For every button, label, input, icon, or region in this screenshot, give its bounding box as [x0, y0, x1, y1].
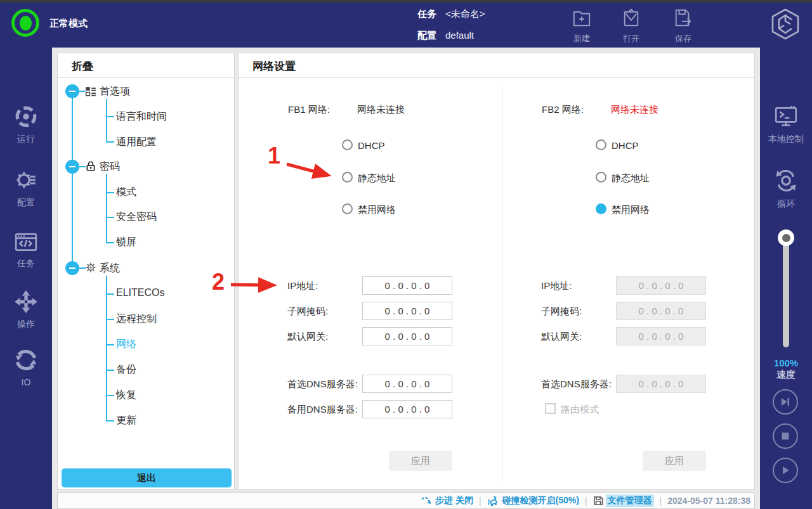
- tree-item-mode[interactable]: 模式: [116, 186, 136, 199]
- local-control-button[interactable]: 本地控制: [760, 105, 812, 145]
- tree-line: [106, 174, 107, 243]
- open-button[interactable]: 打开: [613, 8, 650, 44]
- tree-group-preferences[interactable]: 首选项: [100, 85, 130, 98]
- sidebar-item-run[interactable]: 运行: [0, 105, 52, 145]
- collision-status[interactable]: 碰撞检测开启(50%): [487, 495, 579, 506]
- tree-group-system[interactable]: 系统: [100, 262, 120, 275]
- tree-panel-title[interactable]: 折叠: [72, 59, 93, 74]
- divider: [58, 77, 234, 78]
- fb2-radio-dhcp-label[interactable]: DHCP: [612, 140, 639, 151]
- fb1-radio-disable-label[interactable]: 禁用网络: [358, 204, 396, 216]
- speed-slider-handle[interactable]: [778, 229, 794, 246]
- open-button-label: 打开: [613, 33, 650, 44]
- tree-item-update[interactable]: 更新: [116, 414, 136, 427]
- fb1-radio-disable[interactable]: [342, 203, 353, 214]
- fb1-dns2-input[interactable]: 0 . 0 . 0 . 0: [362, 400, 452, 418]
- fb2-radio-dhcp[interactable]: [596, 139, 606, 150]
- sidebar-item-config[interactable]: 配置: [0, 168, 52, 209]
- sidebar-item-label: 运行: [0, 134, 52, 145]
- task-row: 任务 <未命名>: [417, 8, 485, 20]
- exit-button[interactable]: 退出: [62, 468, 232, 487]
- fb1-gateway-input[interactable]: 0 . 0 . 0 . 0: [362, 327, 452, 345]
- loop-button[interactable]: 循环: [760, 168, 812, 210]
- fb1-radio-dhcp-label[interactable]: DHCP: [358, 140, 385, 151]
- fb1-dns1-input[interactable]: 0 . 0 . 0 . 0: [362, 375, 452, 393]
- tree-item-restore[interactable]: 恢复: [116, 389, 136, 402]
- tree-item-language-time[interactable]: 语言和时间: [116, 110, 167, 124]
- tree-item-remote-control[interactable]: 远程控制: [116, 312, 157, 326]
- step-forward-button[interactable]: [773, 389, 798, 415]
- preferences-icon: [85, 86, 96, 97]
- tree-item-network[interactable]: 网络: [116, 338, 136, 351]
- file-manager-label: 文件管理器: [606, 494, 654, 507]
- sidebar-item-label: 操作: [0, 319, 52, 330]
- loop-icon: [773, 184, 799, 195]
- tree-item-general-config[interactable]: 通用配置: [116, 136, 157, 149]
- step-status[interactable]: 步进 关闭: [421, 495, 473, 506]
- task-value: <未命名>: [445, 8, 485, 20]
- column-divider: [502, 86, 502, 480]
- config-value: default: [445, 30, 474, 42]
- datetime: 2024-05-07 11:28:38: [667, 496, 750, 506]
- fb2-ip-label: IP地址:: [541, 280, 572, 292]
- tree-line: [106, 344, 114, 345]
- collapse-toggle-preferences[interactable]: [65, 84, 79, 98]
- local-control-label: 本地控制: [760, 134, 812, 145]
- fb2-radio-disable[interactable]: [596, 203, 606, 214]
- fb2-router-mode-label: 路由模式: [561, 404, 599, 416]
- file-manager-button[interactable]: 文件管理器: [593, 494, 654, 507]
- tree-line: [106, 99, 107, 142]
- fb1-radio-static-label[interactable]: 静态地址: [358, 172, 396, 184]
- tree-group-password[interactable]: 密码: [100, 160, 120, 174]
- fb1-apply-button[interactable]: 应用: [389, 451, 452, 471]
- fb2-subnet-input[interactable]: 0 . 0 . 0 . 0: [616, 302, 706, 320]
- tree-line: [106, 276, 107, 421]
- save-button-label: 保存: [665, 33, 702, 44]
- fb2-radio-static-label[interactable]: 静态地址: [612, 172, 650, 184]
- sidebar-item-operate[interactable]: 操作: [0, 290, 52, 330]
- fb2-ip-input[interactable]: 0 . 0 . 0 . 0: [616, 276, 706, 295]
- save-button[interactable]: 保存: [665, 8, 702, 44]
- fb1-subnet-input[interactable]: 0 . 0 . 0 . 0: [362, 302, 452, 320]
- tree-item-backup[interactable]: 备份: [116, 363, 136, 377]
- fb1-radio-dhcp[interactable]: [342, 139, 353, 150]
- speed-slider-track[interactable]: [783, 238, 789, 347]
- fb1-subnet-label: 子网掩码:: [287, 306, 328, 318]
- collision-status-label: 碰撞检测开启(50%): [502, 495, 579, 506]
- fb2-radio-disable-label[interactable]: 禁用网络: [612, 204, 650, 216]
- settings-tree-panel: 折叠 首选项 语言和时间 通用配置 密码 模式 安全密码 锁屏: [57, 53, 235, 490]
- speed-value: 100%: [760, 358, 812, 368]
- fb2-name-label: FB2 网络:: [542, 104, 584, 116]
- play-button[interactable]: [773, 458, 798, 483]
- right-sidebar: 本地控制 循环 100% 速度: [760, 48, 812, 509]
- step-icon: [421, 496, 433, 506]
- fb2-dns1-input[interactable]: 0 . 0 . 0 . 0: [616, 375, 706, 393]
- tree-item-lock-screen[interactable]: 锁屏: [116, 236, 136, 249]
- fb2-radio-static[interactable]: [596, 172, 606, 183]
- fb1-ip-input[interactable]: 0 . 0 . 0 . 0: [362, 276, 452, 295]
- io-icon: [14, 363, 38, 374]
- brand-logo-icon: [769, 7, 802, 44]
- tree-line: [106, 395, 114, 396]
- step-status-label: 步进 关闭: [435, 495, 473, 506]
- status-light-dot: [20, 16, 32, 30]
- fb1-radio-static[interactable]: [342, 172, 353, 183]
- sidebar-item-task[interactable]: 任务: [0, 230, 52, 269]
- run-icon: [14, 120, 38, 131]
- tree-item-safety-password[interactable]: 安全密码: [116, 210, 157, 224]
- fb2-gateway-input[interactable]: 0 . 0 . 0 . 0: [616, 327, 706, 345]
- config-row: 配置 default: [417, 30, 474, 42]
- fb2-router-mode-checkbox[interactable]: [545, 403, 556, 414]
- fb2-apply-button[interactable]: 应用: [643, 451, 706, 471]
- collapse-toggle-system[interactable]: [65, 261, 79, 275]
- gear-icon: [85, 262, 96, 273]
- stop-button[interactable]: [773, 423, 798, 449]
- tree-item-elitecos[interactable]: ELITECOs: [116, 287, 164, 299]
- sidebar-item-io[interactable]: IO: [0, 348, 52, 387]
- divider: [239, 77, 754, 78]
- task-label: 任务: [417, 8, 436, 20]
- tree-line: [106, 217, 114, 218]
- speed-label: 速度: [760, 369, 812, 381]
- new-button[interactable]: 新建: [563, 8, 600, 44]
- collapse-toggle-password[interactable]: [65, 160, 79, 174]
